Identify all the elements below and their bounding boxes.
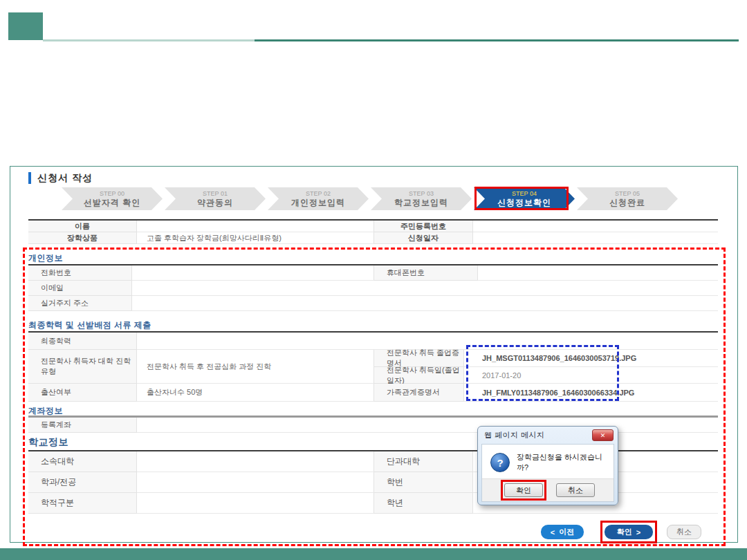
footer-bar — [0, 548, 747, 560]
prev-button[interactable]: < 이전 — [541, 525, 584, 539]
step-item-02: STEP 02 개인정보입력 — [268, 187, 369, 210]
apply-date-value — [473, 232, 718, 244]
step-item-04-active: STEP 04 신청정보확인 — [474, 187, 575, 210]
dialog-message: 장학금신청을 하시겠습니까? — [517, 452, 608, 473]
dialog-cancel-button[interactable]: 취소 — [556, 483, 595, 497]
annotation-dialog-ok-highlight: 확인 — [501, 480, 546, 501]
phone-label: 전화번호 — [28, 265, 132, 281]
family-cert-label: 가족관계증명서 — [374, 384, 464, 402]
page: 신청서 작성 STEP 00 선발자격 확인 STEP 01 약관동의 STEP… — [0, 0, 747, 560]
step-label: 선발자격 확인 — [84, 198, 140, 207]
step-item-03: STEP 03 학교정보입력 — [371, 187, 472, 210]
step-item-05: STEP 05 신청완료 — [577, 187, 678, 210]
account-label: 등록계좌 — [28, 418, 137, 433]
step-number: STEP 05 — [615, 190, 640, 198]
section-title-education: 최종학력 및 선발배점 서류 제출 — [28, 319, 151, 331]
confirm-arrow-icon: > — [636, 528, 640, 536]
question-icon: ? — [490, 453, 510, 472]
university-label: 소속대학 — [28, 451, 137, 472]
college-label: 단과대학 — [374, 451, 473, 472]
grad-date-label: 전문학사 취득일(졸업일자) — [374, 367, 464, 384]
prev-arrow-icon: < — [551, 528, 555, 536]
name-label: 이름 — [28, 221, 137, 232]
rrn-value — [473, 221, 718, 232]
close-icon: ✕ — [600, 432, 606, 439]
major-value — [137, 472, 374, 493]
step-label: 약관동의 — [197, 198, 233, 207]
step-number: STEP 03 — [409, 190, 434, 198]
confirm-button[interactable]: 확인 > — [605, 525, 653, 539]
step-item-00: STEP 00 선발자격 확인 — [62, 187, 163, 210]
student-id-label: 학번 — [374, 472, 473, 493]
final-education-label: 최종학력 — [28, 333, 137, 350]
year-label: 학년 — [374, 493, 473, 514]
section-title-school: 학교정보 — [28, 436, 68, 449]
dialog-button-row: 확인 취소 — [482, 478, 614, 501]
mobile-value — [478, 265, 718, 281]
name-value — [137, 221, 374, 232]
step-label: 신청정보확인 — [497, 198, 551, 207]
confirm-button-label: 확인 — [617, 527, 632, 537]
dialog-title: 웹 페이지 메시지 — [484, 430, 545, 440]
education-table: 최종학력 전문학사 취득자 대학 진학 유형 전문학사 취득 후 전공심화 과정… — [28, 331, 718, 402]
cancel-button-label: 취소 — [676, 527, 692, 537]
apply-date-label: 신청일자 — [374, 232, 473, 244]
prev-button-label: 이전 — [559, 527, 574, 537]
entry-type-value: 전문학사 취득 후 전공심화 과정 진학 — [137, 350, 374, 384]
birth-label: 출산여부 — [28, 384, 137, 402]
step-item-01: STEP 01 약관동의 — [165, 187, 266, 210]
status-label: 학적구분 — [28, 493, 137, 514]
step-number: STEP 02 — [306, 190, 331, 198]
webpage-message-dialog: 웹 페이지 메시지 ✕ ? 장학금신청을 하시겠습니까? 확인 취소 — [477, 426, 618, 505]
address-label: 실거주지 주소 — [28, 296, 132, 311]
product-value: 고졸 후학습자 장학금(희망사다리Ⅱ유형) — [137, 232, 374, 244]
entry-type-label: 전문학사 취득자 대학 진학 유형 — [28, 350, 137, 384]
mobile-label: 휴대폰번호 — [374, 265, 478, 281]
step-label: 학교정보입력 — [394, 198, 448, 207]
email-label: 이메일 — [28, 281, 132, 296]
page-title: 신청서 작성 — [28, 172, 93, 184]
dialog-message-row: ? 장학금신청을 하시겠습니까? — [482, 445, 614, 473]
birth-value: 출산자녀수 50명 — [137, 384, 374, 402]
email-value — [132, 281, 718, 296]
major-label: 학과/전공 — [28, 472, 137, 493]
address-value — [132, 296, 718, 311]
step-number: STEP 00 — [100, 190, 124, 198]
step-label: 개인정보입력 — [291, 198, 345, 207]
status-value — [137, 493, 374, 514]
header-rule-dark — [255, 39, 739, 41]
diploma-file-value: JH_MSGT0113487906_1646030053719.JPG — [464, 350, 718, 367]
header-rule-light — [43, 39, 255, 41]
university-value — [137, 451, 374, 472]
cancel-button[interactable]: 취소 — [667, 525, 701, 539]
account-value — [137, 418, 718, 433]
brand-block — [8, 12, 43, 40]
step-label: 신청완료 — [609, 198, 645, 207]
section-title-personal: 개인정보 — [28, 252, 63, 264]
dialog-titlebar: 웹 페이지 메시지 ✕ — [478, 427, 618, 444]
dialog-close-button[interactable]: ✕ — [592, 429, 614, 441]
summary-table: 이름 주민등록번호 장학상품 고졸 후학습자 장학금(희망사다리Ⅱ유형) 신청일… — [28, 219, 718, 244]
phone-value — [132, 265, 374, 281]
step-progress-bar: STEP 00 선발자격 확인 STEP 01 약관동의 STEP 02 개인정… — [62, 187, 678, 210]
step-number: STEP 04 — [512, 190, 537, 198]
personal-info-table: 전화번호 휴대폰번호 이메일 실거주지 주소 — [28, 264, 718, 311]
product-label: 장학상품 — [28, 232, 137, 244]
annotation-confirm-highlight: 확인 > — [600, 521, 657, 543]
step-number: STEP 01 — [203, 190, 228, 198]
dialog-body: ? 장학금신청을 하시겠습니까? 확인 취소 — [481, 444, 614, 502]
application-form-panel: 신청서 작성 STEP 00 선발자격 확인 STEP 01 약관동의 STEP… — [10, 166, 738, 543]
dialog-ok-button[interactable]: 확인 — [504, 483, 543, 497]
family-cert-file-value: JH_FMLY0113487906_1646030066334.JPG — [464, 384, 718, 402]
rrn-label: 주민등록번호 — [374, 221, 473, 232]
grad-date-value: 2017-01-20 — [464, 367, 718, 384]
